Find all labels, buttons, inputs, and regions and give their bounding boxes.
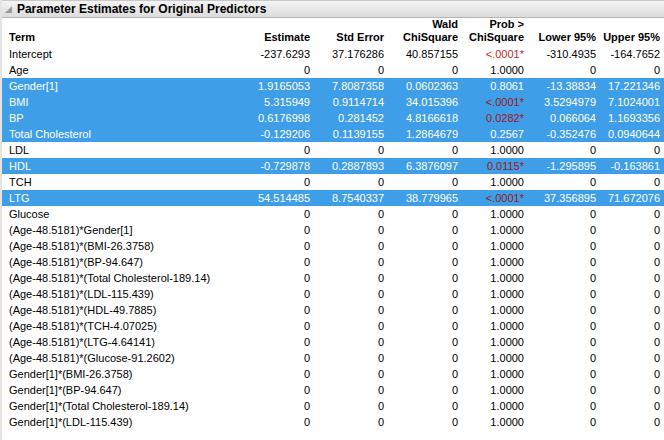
cell-wald-chisquare: 0 [388,174,462,190]
table-row[interactable]: (Age-48.5181)*(HDL-49.7885)0001.000000 [2,302,664,318]
cell-term: LTG [2,190,250,206]
column-header-estimate: Estimate [250,18,314,46]
table-row[interactable]: (Age-48.5181)*(TCH-4.07025)0001.000000 [2,318,664,334]
cell-lower-95: 0 [528,238,600,254]
cell-prob-chisquare: 1.0000 [462,142,528,158]
table-row[interactable]: (Age-48.5181)*(BP-94.647)0001.000000 [2,254,664,270]
cell-estimate: 54.514485 [250,190,314,206]
table-row[interactable]: BP0.61769980.2814524.81666180.0282*0.066… [2,110,664,126]
cell-estimate: 0 [250,174,314,190]
cell-upper-95: 0 [600,334,664,350]
table-row[interactable]: (Age-48.5181)*Gender[1]0001.000000 [2,222,664,238]
cell-wald-chisquare: 0 [388,334,462,350]
cell-upper-95: 0 [600,414,664,430]
column-header-lower-95: Lower 95% [528,18,600,46]
table-row[interactable]: Age0001.000000 [2,62,664,78]
cell-term: (Age-48.5181)*(Total Cholesterol-189.14) [2,270,250,286]
table-row[interactable]: Gender[1]1.91650537.80873580.06023630.80… [2,78,664,94]
cell-wald-chisquare: 0 [388,270,462,286]
table-row[interactable]: LTG54.5144858.754033738.779965<.0001*37.… [2,190,664,206]
cell-std-error: 0 [314,350,388,366]
table-row[interactable]: Gender[1]*(BMI-26.3758)0001.000000 [2,366,664,382]
table-row[interactable]: TCH0001.000000 [2,174,664,190]
cell-wald-chisquare: 6.3876097 [388,158,462,174]
cell-std-error: 0 [314,366,388,382]
cell-estimate: -0.729878 [250,158,314,174]
cell-estimate: 0 [250,414,314,430]
table-row[interactable]: Gender[1]*(Total Cholesterol-189.14)0001… [2,398,664,414]
cell-upper-95: 1.1693356 [600,110,664,126]
cell-estimate: 0 [250,254,314,270]
cell-term: (Age-48.5181)*(HDL-49.7885) [2,302,250,318]
table-row[interactable]: Glucose0001.000000 [2,206,664,222]
cell-wald-chisquare: 0 [388,62,462,78]
cell-upper-95: 0 [600,302,664,318]
table-row[interactable]: (Age-48.5181)*(Glucose-91.2602)0001.0000… [2,350,664,366]
cell-upper-95: 0 [600,222,664,238]
cell-std-error: 0.9114714 [314,94,388,110]
cell-upper-95: 0 [600,142,664,158]
cell-estimate: 0 [250,206,314,222]
cell-prob-chisquare: 1.0000 [462,270,528,286]
table-row[interactable]: LDL0001.000000 [2,142,664,158]
cell-std-error: 0 [314,222,388,238]
table-row[interactable]: Total Cholesterol-0.1292060.11391551.286… [2,126,664,142]
cell-term: BP [2,110,250,126]
cell-estimate: 0 [250,302,314,318]
table-row[interactable]: Intercept-237.629337.17628640.857155<.00… [2,46,664,62]
parameter-estimates-panel: ◢ Parameter Estimates for Original Predi… [0,0,664,440]
cell-wald-chisquare: 4.8166618 [388,110,462,126]
cell-term: (Age-48.5181)*(LDL-115.439) [2,286,250,302]
cell-estimate: 0 [250,238,314,254]
cell-prob-chisquare: 1.0000 [462,286,528,302]
cell-term: Gender[1]*(LDL-115.439) [2,414,250,430]
cell-upper-95: 7.1024001 [600,94,664,110]
cell-wald-chisquare: 0 [388,142,462,158]
parameter-estimates-table: Term Estimate Std Error Wald ChiSquare P… [2,18,664,430]
cell-term: LDL [2,142,250,158]
table-row[interactable]: (Age-48.5181)*(LDL-115.439)0001.000000 [2,286,664,302]
table-row[interactable]: (Age-48.5181)*(BMI-26.3758)0001.000000 [2,238,664,254]
table-body: Intercept-237.629337.17628640.857155<.00… [2,46,664,430]
cell-wald-chisquare: 1.2864679 [388,126,462,142]
cell-upper-95: 0 [600,286,664,302]
table-row[interactable]: BMI5.3159490.911471434.015396<.0001*3.52… [2,94,664,110]
cell-term: Glucose [2,206,250,222]
cell-lower-95: 0 [528,318,600,334]
cell-wald-chisquare: 0 [388,382,462,398]
cell-estimate: -237.6293 [250,46,314,62]
cell-term: (Age-48.5181)*(TCH-4.07025) [2,318,250,334]
cell-term: (Age-48.5181)*Gender[1] [2,222,250,238]
cell-std-error: 0 [314,414,388,430]
table-row[interactable]: (Age-48.5181)*(LTG-4.64141)0001.000000 [2,334,664,350]
cell-estimate: 0 [250,286,314,302]
table-row[interactable]: HDL-0.7298780.28878936.38760970.0115*-1.… [2,158,664,174]
column-header-upper-95: Upper 95% [600,18,664,46]
cell-lower-95: 0 [528,206,600,222]
cell-lower-95: 0 [528,398,600,414]
cell-term: Age [2,62,250,78]
cell-upper-95: 0 [600,382,664,398]
cell-wald-chisquare: 0 [388,222,462,238]
column-header-term: Term [2,18,250,46]
panel-title-bar: ◢ Parameter Estimates for Original Predi… [2,0,664,18]
table-row[interactable]: Gender[1]*(LDL-115.439)0001.000000 [2,414,664,430]
cell-prob-chisquare: 1.0000 [462,222,528,238]
cell-std-error: 0 [314,174,388,190]
cell-term: Total Cholesterol [2,126,250,142]
cell-estimate: 0 [250,398,314,414]
table-row[interactable]: Gender[1]*(BP-94.647)0001.000000 [2,382,664,398]
cell-wald-chisquare: 0 [388,206,462,222]
cell-estimate: 1.9165053 [250,78,314,94]
table-row[interactable]: (Age-48.5181)*(Total Cholesterol-189.14)… [2,270,664,286]
cell-std-error: 0 [314,142,388,158]
cell-std-error: 0 [314,318,388,334]
cell-lower-95: 0 [528,414,600,430]
cell-estimate: 0 [250,270,314,286]
cell-estimate: 0 [250,366,314,382]
cell-upper-95: -0.163861 [600,158,664,174]
disclosure-triangle-icon[interactable]: ◢ [4,5,13,14]
cell-std-error: 0 [314,270,388,286]
cell-lower-95: 0 [528,270,600,286]
cell-lower-95: 0 [528,366,600,382]
